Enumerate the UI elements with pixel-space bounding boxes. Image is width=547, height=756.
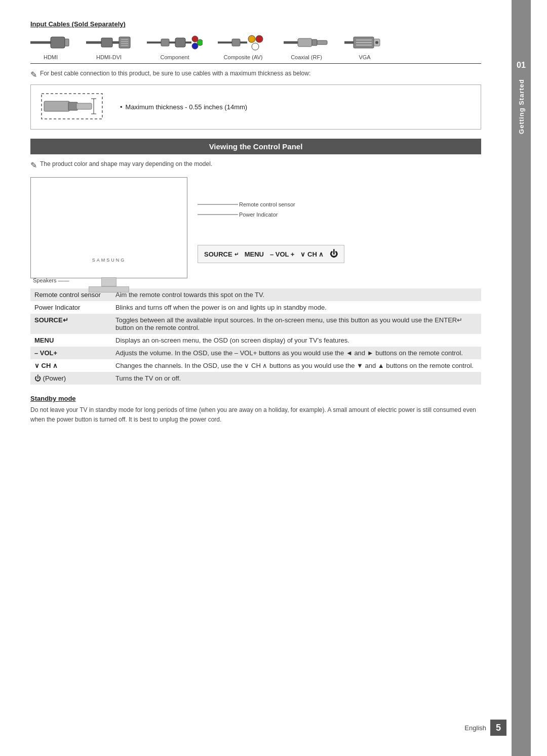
menu-button: MENU (245, 250, 264, 258)
features-table: Remote control sensorAim the remote cont… (30, 288, 481, 385)
svg-rect-37 (44, 101, 69, 111)
chapter-number: 01 (517, 61, 526, 70)
svg-rect-4 (101, 38, 112, 47)
cable-coaxial: Coaxial (RF) (284, 33, 329, 60)
source-button: SOURCE (204, 250, 232, 258)
feature-description: Adjusts the volume. In the OSD, use the … (111, 347, 481, 359)
feature-name: Power Indicator (30, 301, 111, 314)
svg-point-22 (248, 35, 255, 43)
vol-button: – VOL + (270, 250, 295, 258)
page-number: 5 (490, 720, 506, 736)
feature-description: Displays an on-screen menu, the OSD (on … (111, 334, 481, 347)
svg-rect-38 (68, 102, 77, 110)
feature-description: Blinks and turns off when the power is o… (111, 301, 481, 314)
cable-hdmi-label: HDMI (44, 54, 58, 60)
tv-stand-neck (101, 277, 116, 286)
svg-point-35 (375, 41, 378, 44)
svg-point-18 (197, 39, 203, 46)
ch-button: ∨ CH ∧ (300, 250, 324, 258)
standby-title: Standby mode (30, 395, 481, 402)
svg-rect-20 (232, 39, 240, 46)
cable-hdmi-dvi: HDMI-DVI (86, 33, 132, 60)
cable-vga-label: VGA (359, 54, 370, 60)
page-footer: English 5 (464, 720, 506, 736)
svg-rect-27 (312, 39, 317, 46)
feature-description: Toggles between all the available input … (111, 314, 481, 334)
tv-diagram-area: SAMSUNG Speakers —— Remote control senso… (30, 177, 481, 278)
cables-section: Input Cables (Sold Separately) HDMI (30, 20, 481, 130)
cable-component-label: Component (161, 54, 189, 60)
callout-remote-sensor: Remote control sensor (239, 201, 295, 207)
svg-rect-6 (119, 37, 130, 48)
table-row: SOURCE↵Toggles between all the available… (30, 314, 481, 334)
feature-name: MENU (30, 334, 111, 347)
page-language: English (464, 724, 486, 732)
svg-rect-39 (76, 103, 92, 109)
callout-svg: Remote control sensor Power Indicator (198, 184, 299, 245)
tv-brand: SAMSUNG (92, 258, 126, 263)
table-row: – VOL+Adjusts the volume. In the OSD, us… (30, 347, 481, 359)
svg-rect-26 (298, 38, 312, 47)
feature-name: – VOL+ (30, 347, 111, 359)
cable-hdmi-dvi-img (86, 33, 132, 52)
main-content: Input Cables (Sold Separately) HDMI (0, 0, 512, 756)
tv-stand (89, 277, 129, 292)
cable-hdmi: HDMI (30, 33, 71, 60)
speakers-label: Speakers —— (33, 277, 69, 283)
cable-hdmi-img (30, 33, 71, 52)
side-tab: 01 Getting Started (512, 0, 531, 756)
control-buttons-bar: SOURCE↵ MENU – VOL + ∨ CH ∧ ⏻ (198, 245, 344, 263)
feature-description: Changes the channels. In the OSD, use th… (111, 359, 481, 372)
svg-rect-12 (161, 39, 169, 46)
svg-rect-28 (317, 40, 327, 45)
control-panel-section: Viewing the Control Panel ✎ The product … (30, 139, 481, 425)
svg-rect-2 (65, 39, 69, 46)
feature-description: Aim the remote control towards this spot… (111, 288, 481, 301)
svg-point-23 (256, 35, 263, 43)
cable-composite-img (218, 33, 268, 52)
cable-vga: VGA (344, 33, 385, 60)
model-note: ✎ The product color and shape may vary d… (30, 160, 481, 170)
note-icon: ✎ (30, 70, 37, 79)
table-row: ∨ CH ∧Changes the channels. In the OSD, … (30, 359, 481, 372)
control-panel-title: Viewing the Control Panel (30, 139, 481, 154)
model-note-icon: ✎ (30, 160, 37, 170)
svg-rect-1 (51, 37, 65, 48)
tv-illustration: SAMSUNG (30, 177, 187, 278)
feature-description: Turns the TV on or off. (111, 372, 481, 385)
cables-section-title: Input Cables (Sold Separately) (30, 20, 481, 28)
feature-name: ⏻ (Power) (30, 372, 111, 385)
cables-note: ✎ For best cable connection to this prod… (30, 70, 481, 79)
feature-name: ∨ CH ∧ (30, 359, 111, 372)
thickness-box: •Maximum thickness - 0.55 inches (14mm) (30, 85, 481, 130)
cable-vga-img (344, 33, 385, 52)
thickness-text: •Maximum thickness - 0.55 inches (14mm) (120, 103, 247, 111)
table-row: MENUDisplays an on-screen menu, the OSD … (30, 334, 481, 347)
cables-row: HDMI HDMI-DVI (30, 33, 481, 64)
feature-name: SOURCE↵ (30, 314, 111, 334)
table-row: ⏻ (Power)Turns the TV on or off. (30, 372, 481, 385)
callout-power-indicator: Power Indicator (239, 212, 278, 218)
tv-stand-base (89, 286, 129, 292)
cable-coaxial-img (284, 33, 329, 52)
thickness-diagram (39, 91, 110, 123)
chapter-title: Getting Started (518, 79, 525, 134)
power-button: ⏻ (330, 249, 338, 259)
svg-point-24 (252, 43, 259, 50)
cable-coaxial-label: Coaxial (RF) (291, 54, 322, 60)
standby-section: Standby mode Do not leave your TV in sta… (30, 395, 481, 425)
cable-composite: Composite (AV) (218, 33, 268, 60)
cable-composite-label: Composite (AV) (224, 54, 263, 60)
cable-hdmi-dvi-label: HDMI-DVI (96, 54, 122, 60)
cable-component: Component (147, 33, 203, 60)
standby-text: Do not leave your TV in standby mode for… (30, 405, 481, 425)
svg-rect-14 (175, 38, 185, 47)
table-row: Power IndicatorBlinks and turns off when… (30, 301, 481, 314)
cable-component-img (147, 33, 203, 52)
